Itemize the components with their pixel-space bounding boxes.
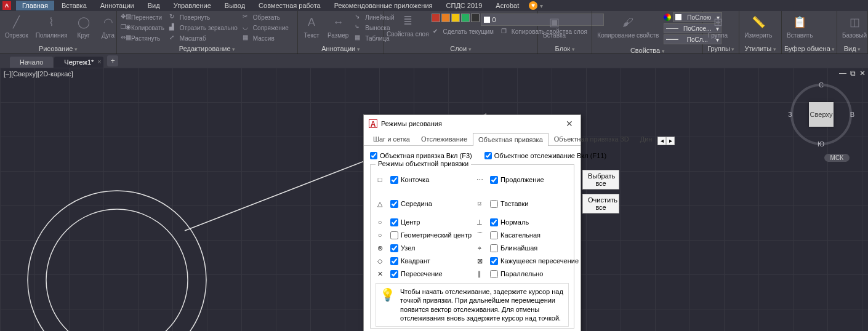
panel-title-block[interactable]: Блок [540,44,589,54]
panel-title-properties[interactable]: Свойства [595,46,700,55]
ucs-badge[interactable]: МСК [824,154,850,162]
osnap-check-Твставки[interactable]: Твставки [490,200,579,208]
panel-title-utilities[interactable]: Утилиты [742,44,779,54]
osnap-check-Кажущееся пересечение[interactable]: Кажущееся пересечение [490,257,579,265]
select-all-button[interactable]: Выбрать все [582,170,619,189]
close-tab-icon[interactable]: × [97,58,101,65]
layer-state-1[interactable] [432,14,440,22]
panel-layers: ≣Свойства слоя 0 ✔Сделать текущим [384,11,538,54]
osnap-check-Конточка[interactable]: Конточка [390,176,472,184]
rotate-button[interactable]: ↻Повернуть [168,12,239,22]
tab-scroll-left[interactable]: ◂ [657,137,666,145]
tab-snap-grid[interactable]: Шаг и сетка [368,132,416,145]
panel-title-view[interactable]: Вид [840,44,865,54]
scale-button[interactable]: ⤢Масштаб [168,33,239,43]
osnap-check-Нормаль[interactable]: Нормаль [490,218,579,226]
line-button[interactable]: ╱Отрезок [2,12,31,40]
viewcube-top-face[interactable]: Сверху [809,102,834,127]
menu-tab-spds[interactable]: СПДС 2019 [440,1,489,10]
osnap-icon-1-left: △ [376,199,384,208]
panel-groups: ⊞Группа Группы [703,11,739,54]
drawing-tab[interactable]: Чертеж1*× [54,57,103,68]
text-button[interactable]: AТекст [300,12,323,40]
viewcube-west[interactable]: З [788,111,792,118]
trim-button[interactable]: ✂Обрезать [241,12,290,22]
osnap-check-Продолжение[interactable]: Продолжение [490,176,579,184]
tab-scroll-right[interactable]: ▸ [666,137,675,145]
add-tab-button[interactable]: + [107,55,118,66]
osnap-icon-2-left: ○ [376,218,384,226]
panel-utilities: 📏Измерить Утилиты [739,11,782,54]
tab-osnap3d[interactable]: Объектная привязка 3D [549,132,635,145]
otrack-on-checkbox[interactable]: Объектное отслеживание Вкл (F11) [484,152,606,159]
viewcube-north[interactable]: С [819,81,824,89]
osnap-check-Параллельно[interactable]: Параллельно [490,270,579,278]
osnap-check-Касательная[interactable]: Касательная [490,231,579,239]
dialog-tabs: Шаг и сетка Отслеживание Объектная привя… [364,132,581,146]
osnap-icon-3-right: ⌒ [475,231,484,239]
help-icon[interactable]: ♥ [529,1,537,10]
panel-title-layers[interactable]: Слои [387,44,535,54]
panel-title-draw[interactable]: Рисование [2,44,114,54]
polyline-button[interactable]: ⌇Полилиния [33,12,70,40]
tab-dyn[interactable]: Дин [635,132,658,145]
menu-tab-featured[interactable]: Рекомендованные приложения [328,1,439,10]
mirror-button[interactable]: ▟Отразить зеркально [168,23,239,33]
layer-state-4[interactable] [461,14,470,22]
group-icon: ⊞ [709,14,726,31]
tab-polar[interactable]: Отслеживание [416,132,473,145]
menu-tab-manage[interactable]: Управление [167,1,217,10]
panel-properties: 🖌Копирование свойств ПоСлою▾ ПоСлое...▾ … [592,11,703,54]
menu-tab-acrobat[interactable]: Acrobat [489,1,525,10]
text-icon: A [303,14,320,31]
start-tab[interactable]: Начало [10,57,53,68]
move-button[interactable]: ✥Перенести [119,12,166,22]
osnap-check-Пересечение[interactable]: Пересечение [390,270,472,278]
insert-block-button[interactable]: ▣Вставка [540,12,568,40]
layer-state-2[interactable] [441,14,450,22]
menu-tab-output[interactable]: Вывод [219,1,251,10]
copy-button[interactable]: ❐Копировать [119,23,166,33]
fillet-button[interactable]: ◡Сопряжение [241,23,290,33]
menu-tab-collab[interactable]: Совместная работа [252,1,327,10]
viewcube-south[interactable]: Ю [818,140,824,148]
osnap-check-Квадрант[interactable]: Квадрант [390,257,472,265]
array-button[interactable]: ▦Массив [241,33,290,43]
osnap-check-Узел[interactable]: Узел [390,244,472,252]
measure-button[interactable]: 📏Измерить [742,12,774,40]
osnap-check-Ближайшая[interactable]: Ближайшая [490,244,579,252]
paste-button[interactable]: 📋Вставить [784,12,815,40]
panel-title-groups[interactable]: Группы [705,44,736,54]
menu-dropdown-icon[interactable]: ▾ [540,2,543,9]
clear-all-button[interactable]: Очистить все [582,194,619,213]
baseview-button[interactable]: ◫Базовый [840,12,868,40]
osnap-check-Середина[interactable]: Середина [390,200,472,208]
layer-props-button[interactable]: ≣Свойства слоя [387,12,429,38]
dialog-titlebar[interactable]: A Режимы рисования ✕ [364,115,581,132]
menu-tab-annotate[interactable]: Аннотации [94,1,140,10]
layer-state-5[interactable] [471,14,480,22]
osnap-check-Геометрический центр[interactable]: Геометрический центр [390,231,472,239]
make-current-button[interactable]: ✔Сделать текущим [432,27,495,37]
viewcube[interactable]: Сверху С Ю В З [790,84,852,145]
menu-tab-insert[interactable]: Вставка [55,1,93,10]
viewcube-east[interactable]: В [850,111,854,118]
panel-title-modify[interactable]: Редактирование [119,44,295,54]
osnap-check-Центр[interactable]: Центр [390,218,472,226]
group-button[interactable]: ⊞Группа [705,12,730,40]
menu-tab-view[interactable]: Вид [142,1,166,10]
panel-title-annotation[interactable]: Аннотации [300,44,381,54]
arc-button[interactable]: ◠Дуга [97,12,119,40]
match-props-button[interactable]: 🖌Копирование свойств [595,12,661,40]
dim-button[interactable]: ↔Размер [325,12,351,40]
panel-title-clipboard[interactable]: Буфер обмена [784,44,834,54]
panel-modify: ✥Перенести ❐Копировать ⇔Растянуть ↻Повер… [117,11,298,54]
layer-state-3[interactable] [451,14,460,22]
dialog-close-button[interactable]: ✕ [563,119,576,129]
osnap-on-checkbox[interactable]: Объектная привязка Вкл (F3) [370,152,472,159]
menu-tab-main[interactable]: Главная [16,1,54,10]
tab-osnap[interactable]: Объектная привязка [473,133,549,146]
app-icon[interactable]: A [2,1,11,10]
stretch-button[interactable]: ⇔Растянуть [119,33,166,43]
circle-button[interactable]: ◯Круг [73,12,95,40]
